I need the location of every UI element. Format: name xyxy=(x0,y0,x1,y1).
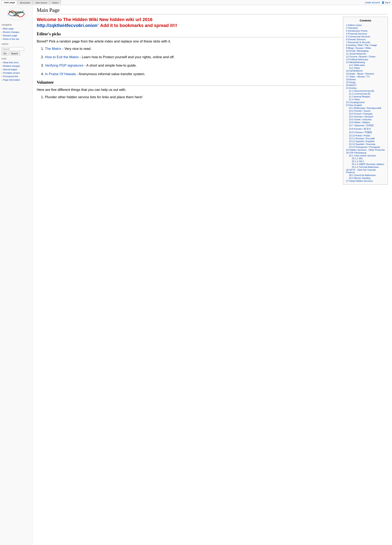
pick-description: - Very nice to read. xyxy=(61,47,91,51)
list-item: ▪ What links here xyxy=(2,61,31,64)
toc-link[interactable]: 25.1.3 XMPP (formerly Jabber) xyxy=(352,163,384,165)
toc-link[interactable]: 20 ADULT xyxy=(346,84,357,86)
toc-link[interactable]: 23.1 Belarusian / Белорусский xyxy=(349,107,381,109)
pick-link[interactable]: How to Exit the Matrix xyxy=(45,55,79,59)
nav-link[interactable]: Rules of the site xyxy=(3,38,19,40)
toc-item: 27 Dead Hidden Services xyxy=(346,180,385,182)
toc-link[interactable]: 21.4 Other xyxy=(349,98,360,101)
toc-link[interactable]: 26.1 OnionCat Addresses xyxy=(349,174,376,176)
pick-link[interactable]: Verifying PGP signatures xyxy=(45,63,84,67)
create-account-link[interactable]: create account xyxy=(365,1,380,4)
toc-link[interactable]: 6 Domain Services xyxy=(346,38,366,41)
toc-link[interactable]: 23.12 Spanish / Español xyxy=(349,140,374,142)
tool-link[interactable]: What links here xyxy=(3,61,18,64)
toc-link[interactable]: 25.1.4 TorChat Addresses xyxy=(352,166,379,168)
toc-link[interactable]: 25.1 Chat centric services xyxy=(349,154,376,157)
toc-link[interactable]: 27 Dead Hidden Services xyxy=(346,180,373,182)
toc-link[interactable]: 26.2 Bitcoin Seeding xyxy=(349,177,371,179)
pick-link[interactable]: The Matrix xyxy=(45,47,61,51)
toc-link[interactable]: 23.6 Italian / Italiano xyxy=(349,121,370,124)
toc-link[interactable]: 9 Blogs / Essays / Wikis xyxy=(346,47,371,49)
tab-discussion[interactable]: discussion xyxy=(18,0,32,5)
search-button[interactable]: Search xyxy=(9,52,20,55)
toc-link[interactable]: 12 Forums / Boards / Chans xyxy=(346,55,375,58)
toc-link[interactable]: 10 Email / Messaging xyxy=(346,50,368,52)
list-item: ▪ Page information xyxy=(2,78,31,81)
toc-link[interactable]: 24 Hidden Services - Other Protocols xyxy=(346,149,385,151)
tool-link[interactable]: Printable version xyxy=(3,72,20,74)
toc-item: 21.3 Animal Related xyxy=(346,95,385,98)
toc-link[interactable]: 5 Commercial Services xyxy=(346,35,370,38)
toc-link[interactable]: 23.14 Portuguese / Português xyxy=(349,146,380,148)
nav-link[interactable]: Main page xyxy=(3,27,13,30)
tool-link[interactable]: Permanent link xyxy=(3,75,18,78)
toc-link[interactable]: 23.10 Polish / Polski xyxy=(349,134,370,137)
toc-link[interactable]: 21.1 Noncommercial (E) xyxy=(349,90,374,92)
toc-link[interactable]: 23.2 Finnish / Suomi xyxy=(349,110,370,112)
top-bar-right: create account 👤 log in xyxy=(365,1,390,4)
toc-link[interactable]: 23.8 Korean / 한국어 xyxy=(349,128,371,130)
toc-link[interactable]: 4 Financial Services xyxy=(346,32,367,35)
tool-link[interactable]: Special pages xyxy=(3,68,17,71)
nav-link[interactable]: Recent changes xyxy=(3,31,19,33)
toc-link[interactable]: 26 SFTP - SSH File Transfer Protocol xyxy=(346,169,376,173)
toc-link[interactable]: 21 Erotica xyxy=(346,87,357,89)
pick-link[interactable]: In Praise Of Hawala xyxy=(45,72,76,76)
toc-link[interactable]: 15 H/P/A/W/V/C xyxy=(346,70,363,72)
toc-link[interactable]: 18 Books xyxy=(346,78,356,81)
search-input[interactable] xyxy=(2,47,24,51)
toc-link[interactable]: 23.3 French / Français xyxy=(349,112,372,115)
tool-link[interactable]: Page information xyxy=(3,79,20,81)
welcome-url-link[interactable]: http://zqktlwi4fecvo6ri.onion xyxy=(37,23,100,28)
toc-link[interactable]: 14 Whistleblowing xyxy=(346,61,365,63)
toc-item: 23.14 Portuguese / Português xyxy=(346,146,385,149)
toc-link[interactable]: 23.9 Chinese / 中国语 xyxy=(349,131,372,134)
pick-description: - Learn how to Protect yourself and your… xyxy=(79,55,174,59)
toc-item: 25.1 Chat centric services xyxy=(346,154,385,157)
toc-item: 13 Political Advocacy xyxy=(346,58,385,61)
toc-link[interactable]: 1 Editor's picks xyxy=(346,24,362,26)
toc-link[interactable]: 23.5 Greek / ελληνικά xyxy=(349,118,371,121)
toc-link[interactable]: 21.3 Animal Related xyxy=(349,95,370,98)
toc-item: 3 Introduction Points xyxy=(346,29,385,32)
nav-link[interactable]: Random page xyxy=(3,34,17,37)
go-button[interactable]: Go xyxy=(2,52,8,55)
toc-list: 1 Editor's picks2 Volunteer3 Introductio… xyxy=(346,24,385,182)
toc-link[interactable]: 19 Drugs xyxy=(346,81,356,84)
toc-item: 25.1.2 SILC xyxy=(346,160,385,163)
list-item: Verifying PGP signatures - A short and s… xyxy=(45,63,388,68)
toc-link[interactable]: 25 P2P FileSharing xyxy=(346,152,366,154)
tab-main-page[interactable]: main page xyxy=(2,0,17,5)
tab-view-source[interactable]: view source xyxy=(33,0,49,5)
toc-item: 19 Drugs xyxy=(346,81,385,84)
toc-link[interactable]: 25.1.2 SILC xyxy=(352,160,364,162)
toc-link[interactable]: 13 Political Advocacy xyxy=(346,58,368,61)
toc-link[interactable]: 8 Hosting / Web / File / Image xyxy=(346,44,377,46)
toc-link[interactable]: 11 Social Networks xyxy=(346,52,366,55)
toc-item: 23.12 Spanish / Español xyxy=(346,140,385,143)
toc-link[interactable]: 23.7 Japanese / 日本語 xyxy=(349,124,374,127)
toc-link[interactable]: 23.4 German / Deutsch xyxy=(349,115,373,118)
toc-item: 23 Non-English xyxy=(346,104,385,107)
logo-line1: The Hidden xyxy=(9,11,24,14)
toc-item: 23.3 French / Français xyxy=(346,112,385,115)
table-of-contents: Contents 1 Editor's picks2 Volunteer3 In… xyxy=(343,17,388,185)
toc-link[interactable]: 14.1 WikiLeaks xyxy=(349,64,365,66)
toc-link[interactable]: 16 Audio - Music / Streams xyxy=(346,73,374,75)
toc-link[interactable]: 3 Introduction Points xyxy=(346,30,368,32)
log-in-link[interactable]: log in xyxy=(385,1,390,4)
toc-item: 26.2 Bitcoin Seeding xyxy=(346,177,385,180)
toc-link[interactable]: 23.13 Swedish / Svenska xyxy=(349,143,375,145)
tool-link[interactable]: Related changes xyxy=(3,65,20,67)
toc-item: 14.1 WikiLeaks xyxy=(346,64,385,67)
toc-link[interactable]: 2 Volunteer xyxy=(346,27,358,29)
toc-link[interactable]: 23.11 Russian / Русский xyxy=(349,137,375,140)
toc-link[interactable]: 21.2 Commercial (E) xyxy=(349,93,370,95)
toc-link[interactable]: 25.1.1 IRC xyxy=(352,157,363,160)
toc-link[interactable]: 23 Non-English xyxy=(346,104,362,106)
tab-history[interactable]: history xyxy=(50,0,61,5)
toc-link[interactable]: 17 Video - Movies / TV xyxy=(346,75,370,78)
toc-link[interactable]: 22 Uncategorized xyxy=(346,101,364,104)
toc-link[interactable]: 7 Anonymity & Security xyxy=(346,41,370,43)
toc-link[interactable]: 14.2 Other xyxy=(349,67,360,69)
